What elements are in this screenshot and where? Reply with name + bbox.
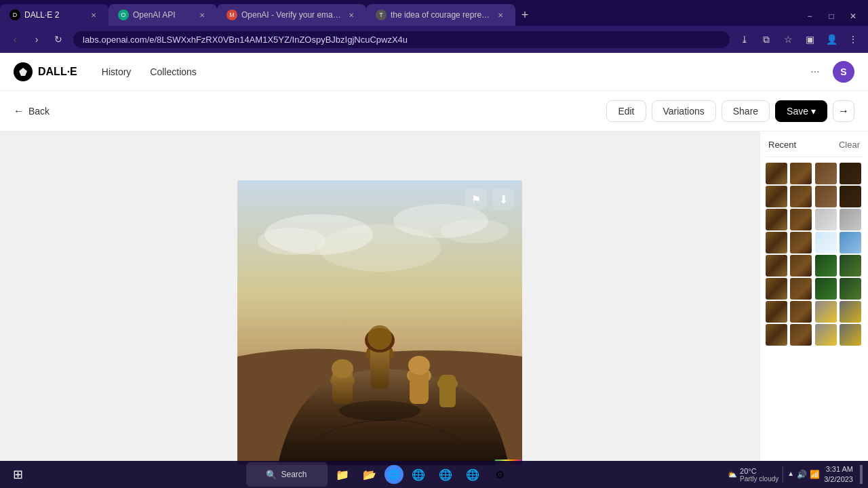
taskbar-center: 🔍 Search 📁 📂 🌐 🌐 🌐 🌐 ⚙ — [31, 462, 726, 487]
thumbnail-32[interactable] — [840, 324, 861, 346]
save-button[interactable]: Save ▾ — [775, 100, 827, 122]
header-right: ··· S — [806, 61, 854, 83]
back-label: Back — [28, 106, 50, 117]
thumbnail-27[interactable] — [815, 301, 837, 323]
maximize-button[interactable]: □ — [822, 7, 841, 26]
back-browser-button[interactable]: ‹ — [5, 30, 24, 49]
sidebar-toggle-button[interactable]: ▣ — [800, 30, 819, 49]
courage-favicon: T — [376, 9, 387, 20]
recent-label: Recent — [768, 140, 796, 150]
edit-button[interactable]: Edit — [606, 100, 646, 122]
tab-openai-api[interactable]: O OpenAI API ✕ — [108, 4, 217, 26]
thumbnail-25[interactable] — [766, 301, 787, 323]
nav-collections[interactable]: Collections — [142, 62, 204, 81]
show-desktop-button[interactable] — [860, 465, 863, 484]
chrome-taskbar[interactable]: 🌐 — [384, 465, 403, 484]
back-arrow-icon: ← — [14, 105, 24, 117]
tab-openai-email[interactable]: M OpenAI - Verify your email - sam... ✕ — [217, 4, 366, 26]
svg-point-15 — [408, 356, 430, 375]
thumbnail-17[interactable] — [766, 255, 787, 277]
tab-dalle[interactable]: D DALL·E 2 ✕ — [0, 4, 108, 26]
thumbnail-grid — [766, 163, 863, 346]
extensions-button[interactable]: ⧉ — [757, 30, 776, 49]
thumbnail-30[interactable] — [790, 324, 812, 346]
weather-icon: ⛅ — [728, 470, 737, 479]
flag-button[interactable]: ⚑ — [465, 188, 487, 210]
thumbnail-6[interactable] — [790, 186, 812, 207]
tab-courage-close[interactable]: ✕ — [495, 9, 506, 20]
forward-browser-button[interactable]: › — [27, 30, 46, 49]
svg-rect-17 — [439, 375, 456, 407]
thumbnail-7[interactable] — [815, 186, 837, 207]
thumbnail-10[interactable] — [790, 209, 812, 230]
volume-icon[interactable]: 🔊 — [797, 470, 807, 479]
browser2-taskbar[interactable]: 🌐 — [406, 462, 431, 487]
files-taskbar[interactable]: 📁 — [330, 462, 355, 487]
save-label: Save — [787, 106, 808, 117]
variations-button[interactable]: Variations — [652, 100, 716, 122]
start-button[interactable]: ⊞ — [5, 462, 30, 487]
thumbnail-26[interactable] — [790, 301, 812, 323]
profile-button[interactable]: 👤 — [822, 30, 841, 49]
network-icon[interactable]: 📶 — [810, 470, 820, 479]
back-button[interactable]: ← Back — [14, 105, 50, 117]
thumbnail-24[interactable] — [840, 278, 861, 300]
address-bar[interactable]: labs.openai.com/e/8LSWXxhFzRX0VBn14AM1X5… — [73, 31, 730, 48]
tab-openai-api-close[interactable]: ✕ — [197, 9, 208, 20]
thumbnail-13[interactable] — [766, 232, 787, 253]
email-favicon: M — [226, 9, 237, 20]
more-options-button[interactable]: ··· — [806, 62, 825, 81]
browser4-taskbar[interactable]: 🌐 — [460, 462, 485, 487]
tab-courage[interactable]: T the idea of courage represented... ✕ — [366, 4, 515, 26]
bookmark-button[interactable]: ⤓ — [735, 30, 754, 49]
reload-button[interactable]: ↻ — [49, 30, 68, 49]
arrow-right-icon: → — [838, 105, 849, 117]
up-arrow-icon[interactable]: ▲ — [787, 470, 794, 479]
nav-history[interactable]: History — [94, 62, 140, 81]
thumbnail-12[interactable] — [840, 209, 861, 230]
terminal-taskbar[interactable]: ⚙ — [488, 462, 512, 487]
arrow-right-button[interactable]: → — [833, 100, 854, 122]
browser-menu-button[interactable]: ⋮ — [844, 30, 863, 49]
thumbnail-28[interactable] — [840, 301, 861, 323]
thumbnail-29[interactable] — [766, 324, 787, 346]
thumbnail-21[interactable] — [766, 278, 787, 300]
minimize-button[interactable]: − — [800, 7, 819, 26]
date-display: 3/2/2023 — [824, 474, 853, 485]
thumbnail-18[interactable] — [790, 255, 812, 277]
browser3-taskbar[interactable]: 🌐 — [433, 462, 458, 487]
folder-taskbar[interactable]: 📂 — [357, 462, 382, 487]
thumbnail-20[interactable] — [840, 255, 861, 277]
download-button[interactable]: ⬇ — [492, 188, 514, 210]
search-taskbar[interactable]: 🔍 Search — [246, 462, 328, 487]
svg-point-4 — [441, 219, 509, 243]
thumbnail-2[interactable] — [790, 163, 812, 184]
thumbnail-15[interactable] — [815, 232, 837, 253]
thumbnail-9[interactable] — [766, 209, 787, 230]
close-window-button[interactable]: ✕ — [844, 7, 863, 26]
tab-bar: D DALL·E 2 ✕ O OpenAI API ✕ M OpenAI - V… — [0, 0, 868, 26]
svg-point-5 — [319, 224, 441, 272]
thumbnail-1[interactable] — [766, 163, 787, 184]
thumbnail-3[interactable] — [815, 163, 837, 184]
tab-email-close[interactable]: ✕ — [346, 9, 357, 20]
dalle-favicon: D — [9, 9, 20, 20]
thumbnail-16[interactable] — [840, 232, 861, 253]
thumbnail-8[interactable] — [840, 186, 861, 207]
thumbnail-19[interactable] — [815, 255, 837, 277]
thumbnail-14[interactable] — [790, 232, 812, 253]
share-button[interactable]: Share — [722, 100, 770, 122]
thumbnail-11[interactable] — [815, 209, 837, 230]
new-tab-button[interactable]: + — [515, 5, 534, 24]
search-icon: 🔍 — [266, 470, 277, 480]
thumbnail-31[interactable] — [815, 324, 837, 346]
star-button[interactable]: ☆ — [778, 30, 797, 49]
clear-button[interactable]: Clear — [839, 140, 860, 150]
tab-dalle-close[interactable]: ✕ — [88, 9, 99, 20]
thumbnail-23[interactable] — [815, 278, 837, 300]
thumbnail-4[interactable] — [840, 163, 861, 184]
avatar: S — [833, 61, 854, 83]
thumbnail-5[interactable] — [766, 186, 787, 207]
thumbnail-22[interactable] — [790, 278, 812, 300]
image-container: ⚑ ⬇ — [0, 131, 760, 488]
